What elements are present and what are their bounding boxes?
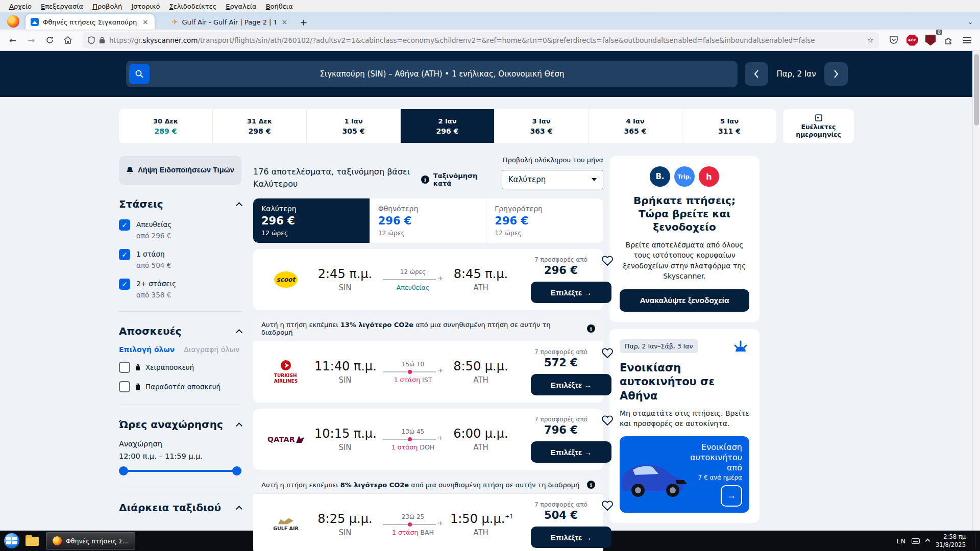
info-icon[interactable]: i — [587, 481, 595, 489]
menu-file[interactable]: Αρχείο — [5, 2, 36, 11]
checkbox-checked[interactable]: ✓ — [119, 249, 130, 260]
new-tab-button[interactable]: + — [293, 17, 313, 30]
select-flight-button[interactable]: Επιλέξτε → — [531, 441, 611, 463]
sort-tab-fastest[interactable]: Γρηγορότερη 296 € 12 ώρες — [486, 198, 603, 243]
chevron-right-icon — [833, 69, 839, 79]
collapse-chevron-icon[interactable] — [236, 506, 242, 512]
page-scrollbar[interactable] — [972, 51, 980, 531]
collapse-chevron-icon[interactable] — [236, 202, 242, 209]
reload-button[interactable] — [42, 33, 57, 48]
url-bar[interactable]: https://gr.skyscanner.com/transport/flig… — [83, 32, 879, 48]
sort-tab-best[interactable]: Καλύτερη 296 € 12 ώρες — [253, 198, 370, 243]
collapse-chevron-icon[interactable] — [236, 329, 242, 336]
flexible-dates-button[interactable]: Ευέλικτες ημερομηνίες — [783, 109, 854, 143]
stops-label: 1 στάση — [391, 443, 418, 451]
adblock-plus-icon[interactable]: ABP — [904, 33, 920, 48]
arrival-airport: ATH — [450, 283, 511, 292]
menu-edit[interactable]: Επεξεργασία — [37, 2, 87, 11]
tab-close-icon[interactable]: × — [280, 18, 288, 26]
ublock-shield-icon[interactable]: 8 — [923, 33, 938, 48]
discover-hotels-button[interactable]: Ανακαλύψτε ξενοδοχεία — [620, 289, 749, 312]
extensions-puzzle-icon[interactable] — [941, 33, 957, 48]
stopover-dot — [408, 522, 412, 527]
select-flight-button[interactable]: Επιλέξτε → — [531, 374, 611, 395]
sort-tab-cheapest[interactable]: Φθηνότερη 296 € 12 ώρες — [370, 198, 487, 243]
search-summary-bar[interactable]: Σιγκαπούρη (SIN) – Αθήνα (ATH) • 1 ενήλι… — [126, 61, 738, 87]
bag-option-cabin[interactable]: Χειραποσκευή — [119, 362, 241, 373]
flight-card-qatar[interactable]: QATAR 10:15 π.μ. SIN 13ώ 45 ✈ 1 στάση DO… — [253, 409, 603, 470]
trip-duration-title: Διάρκεια ταξιδιού — [119, 502, 221, 514]
date-cell[interactable]: 3 Ιαν363 € — [495, 109, 589, 143]
forward-button[interactable]: → — [23, 33, 39, 48]
select-flight-button[interactable]: Επιλέξτε → — [531, 282, 611, 303]
tracking-shield-icon[interactable] — [88, 36, 95, 44]
menu-tools[interactable]: Εργαλεία — [222, 2, 260, 11]
flight-duration: 23ώ 25 — [380, 513, 446, 520]
list-all-tabs-icon[interactable]: ⌄ — [968, 18, 973, 30]
slider-handle-max[interactable] — [232, 466, 241, 475]
collapse-chevron-icon[interactable] — [236, 422, 242, 429]
hotels-logo-icon: h — [699, 166, 719, 187]
stops-option-2plus[interactable]: ✓ 2+ στάσειςαπό 358 € — [119, 279, 241, 299]
pocket-icon[interactable] — [886, 33, 901, 48]
date-cell[interactable]: 4 Ιαν365 € — [589, 109, 682, 143]
firefox-logo-icon — [7, 15, 19, 28]
heart-save-icon[interactable] — [601, 500, 614, 511]
menu-view[interactable]: Προβολή — [88, 2, 126, 11]
sort-select[interactable]: Καλύτερη — [502, 170, 603, 189]
flight-card-gulfair[interactable]: Αυτή η πτήση εκπέμπει 8% λιγότερο CO2e α… — [253, 476, 603, 551]
date-cell[interactable]: 1 Ιαν305 € — [307, 109, 401, 143]
file-explorer-icon[interactable] — [24, 535, 40, 547]
checkbox-checked[interactable]: ✓ — [119, 279, 130, 290]
previous-day-button[interactable] — [745, 62, 768, 86]
slider-handle-min[interactable] — [119, 466, 128, 475]
tab-gulf-air[interactable]: ✈ Gulf Air - Gulf Air | Page 2 | Trav × — [167, 14, 293, 30]
select-all-link[interactable]: Επιλογή όλων — [119, 345, 175, 354]
car-rental-banner[interactable]: Ενοικίαση αυτοκινήτου από 7 € ανά ημέρα … — [620, 436, 749, 513]
checkbox-unchecked[interactable] — [119, 362, 130, 373]
tab-close-icon[interactable]: × — [141, 18, 150, 26]
flight-card-scoot[interactable]: scoot 2:45 π.μ. SIN 12 ώρες ✈ Απευθείας — [253, 249, 603, 310]
heart-save-icon[interactable] — [601, 255, 614, 266]
checkbox-checked[interactable]: ✓ — [119, 219, 130, 231]
menu-hamburger-icon[interactable] — [960, 33, 975, 48]
keyboard-icon[interactable] — [912, 538, 920, 544]
heart-save-icon[interactable] — [601, 347, 614, 359]
co2-banner: Αυτή η πτήση εκπέμπει 8% λιγότερο CO2e α… — [253, 476, 603, 494]
menu-help[interactable]: Βοήθεια — [262, 2, 297, 11]
tab-skyscanner[interactable]: Φθηνές πτήσεις Σιγκαπούρη-Α × — [26, 14, 155, 30]
price-alerts-button[interactable]: Λήψη Ειδοποιήσεων Τιμών — [119, 156, 241, 185]
car-rental-arrow-button[interactable]: → — [721, 485, 742, 507]
search-button[interactable] — [129, 64, 150, 84]
plane-icon: ✈ — [438, 435, 443, 442]
info-icon[interactable]: i — [421, 176, 429, 184]
bag-option-checked[interactable]: Παραδοτέα αποσκευή — [119, 381, 241, 392]
bags-filter-title: Αποσκευές — [119, 325, 181, 337]
view-whole-month-link[interactable]: Προβολή ολόκληρου του μήνα — [253, 156, 603, 164]
tab-bar: Φθηνές πτήσεις Σιγκαπούρη-Α × ✈ Gulf Air… — [0, 12, 980, 30]
departure-range-value: 12:00 π.μ. – 11:59 μ.μ. — [119, 452, 241, 460]
lock-icon[interactable] — [99, 36, 105, 44]
menu-history[interactable]: Ιστορικό — [127, 2, 164, 11]
date-cell[interactable]: 5 Ιαν311 € — [682, 109, 776, 143]
airline-logo-scoot: scoot — [261, 271, 310, 288]
next-day-button[interactable] — [824, 62, 848, 86]
date-cell[interactable]: 30 Δεκ289 € — [119, 109, 213, 143]
stops-option-direct[interactable]: ✓ Απευθείαςαπό 296 € — [119, 219, 241, 240]
bookmark-star-icon[interactable]: ☆ — [867, 36, 874, 45]
back-button[interactable]: ← — [5, 33, 20, 48]
date-cell-selected[interactable]: 2 Ιαν296 € — [401, 109, 495, 143]
select-flight-button[interactable]: Επιλέξτε → — [531, 527, 611, 548]
plane-favicon-icon: ✈ — [172, 18, 178, 26]
heart-save-icon[interactable] — [601, 415, 614, 426]
scrollbar-thumb[interactable] — [974, 54, 979, 126]
time-range-slider[interactable] — [119, 466, 241, 475]
menu-bookmarks[interactable]: Σελιδοδείκτες — [165, 2, 220, 11]
flight-card-turkish[interactable]: Αυτή η πτήση εκπέμπει 13% λιγότερο CO2e … — [253, 316, 603, 403]
home-button[interactable] — [60, 33, 76, 48]
info-icon[interactable]: i — [587, 324, 595, 333]
date-cell[interactable]: 31 Δεκ298 € — [213, 109, 307, 143]
results-column: Προβολή ολόκληρου του μήνα 176 αποτελέσμ… — [253, 156, 603, 551]
checkbox-unchecked[interactable] — [119, 381, 130, 392]
stops-option-1stop[interactable]: ✓ 1 στάσηαπό 504 € — [119, 249, 241, 269]
